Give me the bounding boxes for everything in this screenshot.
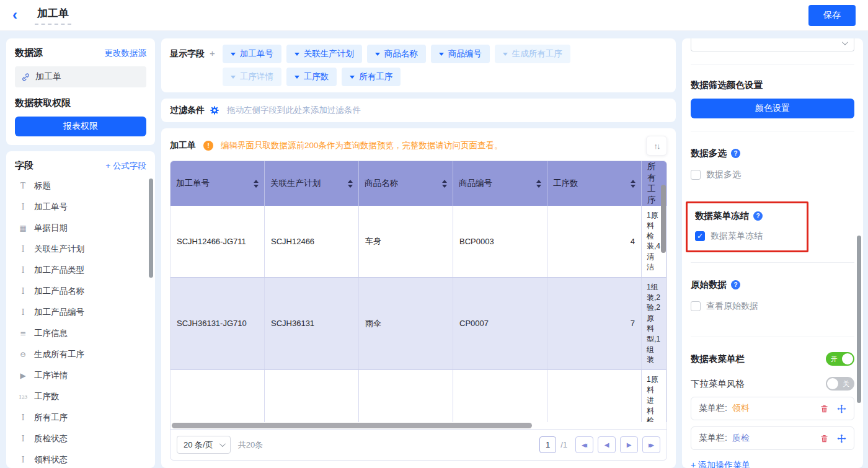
table-title: 加工单 — [170, 140, 196, 151]
prev-page-button[interactable]: ◀ — [598, 436, 616, 453]
field-item[interactable]: I质检状态 — [15, 428, 146, 449]
field-item[interactable]: 123工序数 — [15, 386, 146, 407]
field-chip[interactable]: 加工单号 — [223, 45, 281, 63]
table-horizontal-scrollbar[interactable] — [172, 423, 532, 428]
next-page-button[interactable]: ▶ — [620, 436, 638, 453]
help-icon[interactable]: ? — [753, 211, 763, 221]
field-type-icon: I — [17, 413, 29, 422]
table-menubar-row: 数据表菜单栏 开 — [691, 352, 854, 366]
page-number-input[interactable]: 1 — [539, 436, 556, 453]
checkbox[interactable] — [691, 170, 701, 180]
main-content: 显示字段 + 加工单号关联生产计划商品名称商品编号生成所有工序 工序详情工序数所… — [161, 38, 676, 468]
move-icon[interactable] — [837, 404, 846, 413]
menu-bar-item: 菜单栏:领料 — [691, 397, 854, 420]
field-chip[interactable]: 生成所有工序 — [495, 45, 570, 63]
field-chip[interactable]: 商品编号 — [431, 45, 490, 63]
delete-icon[interactable] — [820, 434, 829, 443]
field-item[interactable]: I关联生产计划 — [15, 239, 146, 260]
add-formula-field-link[interactable]: + 公式字段 — [105, 161, 146, 172]
chevron-down-icon — [439, 53, 444, 56]
field-chip[interactable]: 商品名称 — [367, 45, 426, 63]
dropdown-style-toggle[interactable]: 关 — [826, 377, 854, 391]
sort-button[interactable]: ↑↓ — [646, 136, 667, 156]
settings-sidebar: 数据筛选颜色设置 颜色设置 数据多选 ? 数据多选 数据菜单冻结 ? 数据菜单冻… — [682, 38, 863, 468]
column-header[interactable]: 加工单号 — [170, 161, 265, 206]
color-settings-button[interactable]: 颜色设置 — [691, 99, 854, 118]
last-page-button[interactable]: ▶▶ — [642, 436, 660, 453]
sort-carets-icon[interactable] — [533, 180, 541, 188]
field-item[interactable]: T标题 — [15, 175, 146, 196]
field-label: 工序信息 — [34, 328, 68, 339]
field-item[interactable]: ▦单据日期 — [15, 218, 146, 239]
report-permission-button[interactable]: 报表权限 — [15, 117, 146, 136]
cell-plan: SCJH12466 — [265, 206, 359, 277]
field-item[interactable]: I加工产品类型 — [15, 260, 146, 281]
clipped-dropdown[interactable] — [691, 38, 854, 51]
table-row[interactable]: SCJH12466-JG711SCJH12466车身BCP000341原料检 装… — [170, 206, 666, 278]
table-vertical-scrollbar[interactable] — [661, 185, 666, 253]
column-header[interactable]: 商品名称 — [359, 161, 453, 206]
field-item[interactable]: I领料状态 — [15, 449, 146, 468]
checkbox[interactable] — [695, 231, 705, 241]
field-item[interactable]: ⊖生成所有工序 — [15, 344, 146, 365]
cell-product-name: 雨伞 — [359, 278, 453, 369]
page-size-select[interactable]: 20 条/页 — [177, 436, 231, 454]
link-icon — [21, 73, 30, 82]
field-item[interactable]: I加工产品名称 — [15, 281, 146, 302]
raw-data-checkbox-row[interactable]: 查看原始数据 — [691, 301, 854, 312]
divider — [691, 337, 854, 337]
datasource-item[interactable]: 加工单 — [15, 66, 146, 87]
field-item[interactable]: I加工单号 — [15, 196, 146, 218]
change-datasource-link[interactable]: 更改数据源 — [105, 48, 147, 59]
field-chip[interactable]: 关联生产计划 — [286, 45, 362, 63]
fields-scrollbar[interactable] — [149, 179, 153, 278]
field-item[interactable]: I加工产品编号 — [15, 302, 146, 323]
add-display-field-icon[interactable]: + — [210, 45, 215, 86]
chip-label: 工序详情 — [240, 71, 273, 82]
menu-freeze-checkbox-row[interactable]: 数据菜单冻结 — [695, 231, 799, 242]
toggle-knob — [827, 378, 838, 389]
sort-carets-icon[interactable] — [627, 180, 636, 188]
table-row[interactable]: SCJH52820-JG432SCJH52820方椅CP001081原料进 料检… — [170, 370, 666, 422]
field-item[interactable]: ▶工序详情 — [15, 365, 146, 386]
gear-icon[interactable] — [210, 105, 219, 115]
warning-icon: ! — [203, 141, 213, 151]
table-row[interactable]: SCJH36131-JG710SCJH36131雨伞CP000771组装,2 验… — [170, 278, 666, 370]
chevron-down-icon — [219, 441, 226, 447]
field-item[interactable]: ≡工序信息 — [15, 323, 146, 344]
field-chip[interactable]: 所有工序 — [342, 68, 401, 86]
add-action-menu-link[interactable]: + 添加操作菜单 — [691, 460, 854, 468]
left-sidebar: 数据源 更改数据源 加工单 数据获取权限 报表权限 字段 + 公式字段 T标题I… — [6, 38, 155, 468]
sort-carets-icon[interactable] — [438, 180, 447, 188]
move-icon[interactable] — [837, 434, 846, 443]
save-button[interactable]: 保存 — [808, 5, 856, 26]
multi-select-checkbox-row[interactable]: 数据多选 — [691, 169, 854, 180]
table-horizontal-scroll-track — [170, 422, 666, 429]
delete-icon[interactable] — [820, 404, 829, 413]
first-page-button[interactable]: ◀◀ — [575, 436, 593, 453]
column-header[interactable]: 商品编号 — [453, 161, 547, 206]
column-header[interactable]: 工序数 — [547, 161, 642, 206]
help-icon[interactable]: ? — [731, 280, 740, 289]
back-chevron-icon[interactable]: ‹ — [12, 9, 26, 22]
page-title[interactable]: 加工单 — [35, 6, 71, 25]
field-label: 加工产品编号 — [34, 307, 84, 318]
column-header[interactable]: 关联生产计划 — [265, 161, 359, 206]
multi-select-title: 数据多选 ? — [691, 148, 854, 159]
filter-dropzone-placeholder[interactable]: 拖动左侧字段到此处来添加过滤条件 — [227, 105, 361, 116]
help-icon[interactable]: ? — [731, 149, 740, 158]
table-body: SCJH12466-JG711SCJH12466车身BCP000341原料检 装… — [170, 206, 666, 422]
field-item[interactable]: I所有工序 — [15, 407, 146, 428]
table-menubar-toggle[interactable]: 开 — [826, 352, 854, 366]
chip-label: 所有工序 — [359, 71, 392, 82]
sort-carets-icon[interactable] — [344, 180, 353, 188]
field-label: 领料状态 — [34, 454, 68, 466]
menu-item-label: 菜单栏: — [699, 403, 727, 414]
settings-scrollbar[interactable] — [857, 236, 861, 403]
checkbox[interactable] — [691, 301, 701, 311]
field-chip[interactable]: 工序详情 — [223, 68, 281, 86]
sort-carets-icon[interactable] — [250, 180, 259, 188]
field-type-icon: I — [17, 203, 29, 211]
checkbox-label: 数据菜单冻结 — [711, 231, 763, 242]
field-chip[interactable]: 工序数 — [286, 68, 337, 86]
